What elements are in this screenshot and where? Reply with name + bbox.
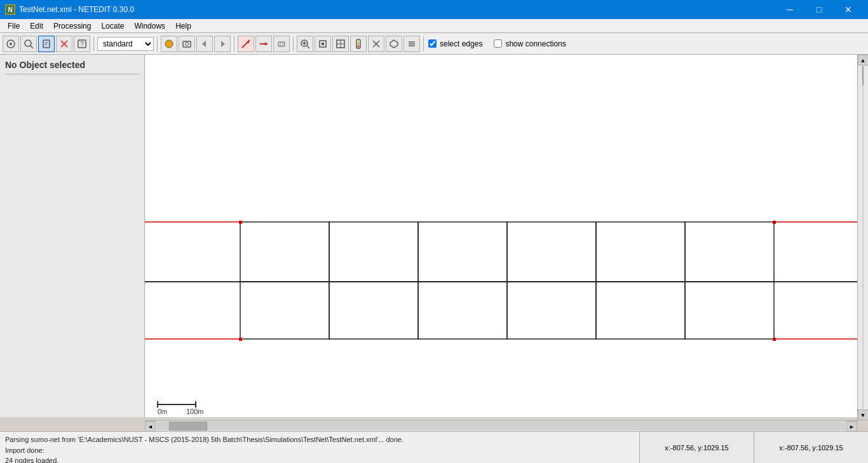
- menu-locate[interactable]: Locate: [96, 19, 129, 33]
- road-block-1-3: [418, 222, 507, 282]
- svg-point-13: [165, 40, 173, 48]
- mode-select[interactable]: standard continuous: [97, 37, 154, 51]
- menu-processing[interactable]: Processing: [48, 19, 96, 33]
- scroll-up-button[interactable]: ▲: [858, 55, 869, 66]
- tool-list[interactable]: [403, 36, 420, 52]
- minimize-button[interactable]: ─: [775, 0, 804, 19]
- no-object-label: No Object selected: [5, 60, 139, 74]
- select-edges-label[interactable]: select edges: [427, 39, 482, 48]
- tool-connection[interactable]: [332, 36, 349, 52]
- select-edges-checkbox[interactable]: [428, 39, 437, 48]
- scroll-thumb[interactable]: [862, 66, 864, 85]
- scroll-right-button[interactable]: ►: [846, 421, 857, 432]
- svg-line-5: [31, 46, 33, 48]
- tool-shape[interactable]: [386, 36, 402, 52]
- status-bar: Parsing sumo-net from 'E:\Academics\NUST…: [0, 431, 868, 463]
- window-title: TestNet.net.xml - NETEDIT 0.30.0: [19, 5, 134, 14]
- road-block-2-1: [240, 282, 329, 339]
- road-block-1-1: [240, 222, 329, 282]
- canvas-area[interactable]: 0m 100m: [145, 55, 868, 417]
- toolbar-separator-5: [423, 36, 424, 52]
- svg-marker-40: [390, 40, 398, 48]
- svg-text:N: N: [8, 6, 12, 13]
- svg-point-37: [358, 45, 360, 47]
- left-panel: No Object selected: [0, 55, 145, 417]
- menu-help[interactable]: Help: [170, 19, 196, 33]
- road-block-1-5: [596, 222, 685, 282]
- tool-additional[interactable]: ?: [74, 36, 90, 52]
- toolbar-separator-1: [93, 36, 94, 52]
- coordinate-left: x:-807.56, y:1029.15: [639, 432, 754, 463]
- tool-zoom[interactable]: [20, 36, 37, 52]
- horizontal-scrollbar[interactable]: ◄ ►: [145, 420, 857, 431]
- scale-100m: 100m: [186, 408, 204, 415]
- road-block-2-6: [685, 282, 774, 339]
- svg-marker-17: [221, 41, 225, 47]
- tool-select-network[interactable]: [3, 36, 19, 52]
- road-block-2-4: [507, 282, 596, 339]
- select-edges-text: select edges: [440, 39, 482, 48]
- road-block-1-4: [507, 222, 596, 282]
- tool-erase[interactable]: [273, 36, 290, 52]
- window-controls[interactable]: ─ □ ✕: [775, 0, 863, 19]
- corner-marker-tr: [773, 221, 776, 224]
- app-icon: N: [5, 4, 15, 15]
- road-block-2-3: [418, 282, 507, 339]
- status-line-1: Parsing sumo-net from 'E:\Academics\NUST…: [5, 434, 634, 445]
- toolbar-separator-2: [157, 36, 158, 52]
- svg-point-35: [358, 40, 360, 42]
- status-line-2: Import done:: [5, 445, 634, 456]
- tool-delete[interactable]: [56, 36, 72, 52]
- corner-marker-br: [773, 338, 776, 341]
- tool-color[interactable]: [161, 36, 177, 52]
- scroll-left-button[interactable]: ◄: [145, 421, 156, 432]
- svg-point-3: [10, 43, 12, 45]
- tool-crossing[interactable]: [368, 36, 384, 52]
- tool-back[interactable]: [196, 36, 213, 52]
- show-connections-label[interactable]: show connections: [492, 39, 566, 48]
- scale-bar-group: 0m 100m: [158, 401, 204, 415]
- tool-traffic-light[interactable]: [350, 36, 367, 52]
- svg-point-4: [25, 40, 31, 46]
- show-connections-checkbox[interactable]: [494, 39, 502, 48]
- tool-screenshot[interactable]: [179, 36, 195, 52]
- show-connections-text: show connections: [505, 39, 566, 48]
- tool-edge-draw[interactable]: [238, 36, 254, 52]
- svg-rect-6: [43, 40, 50, 48]
- toolbar-separator-3: [234, 36, 234, 52]
- close-button[interactable]: ✕: [834, 0, 863, 19]
- status-line-3: 24 nodes loaded.: [5, 455, 634, 463]
- svg-line-28: [307, 46, 309, 48]
- svg-text:?: ?: [80, 41, 84, 48]
- menu-file[interactable]: File: [3, 19, 25, 33]
- scroll-track[interactable]: [862, 66, 864, 409]
- status-messages: Parsing sumo-net from 'E:\Academics\NUST…: [0, 432, 639, 463]
- title-bar: N TestNet.net.xml - NETEDIT 0.30.0 ─ □ ✕: [0, 0, 868, 19]
- toolbar: ? standard continuous: [0, 33, 868, 55]
- network-canvas[interactable]: 0m 100m: [145, 55, 868, 417]
- coordinate-right: x:-807.56, y:1029.15: [754, 432, 868, 463]
- toolbar-separator-4: [293, 36, 294, 52]
- road-block-2-5: [596, 282, 685, 339]
- svg-point-15: [186, 42, 189, 45]
- h-scroll-thumb[interactable]: [169, 422, 207, 431]
- menu-edit[interactable]: Edit: [25, 19, 48, 33]
- tool-forward[interactable]: [214, 36, 231, 52]
- tool-junction[interactable]: [315, 36, 331, 52]
- svg-marker-16: [202, 41, 206, 47]
- main-area: No Object selected: [0, 55, 868, 417]
- svg-marker-21: [265, 42, 268, 46]
- svg-rect-30: [322, 43, 324, 45]
- tool-zoom-in[interactable]: [297, 36, 313, 52]
- menu-windows[interactable]: Windows: [129, 19, 170, 33]
- h-scroll-track[interactable]: [156, 422, 846, 431]
- menu-bar: File Edit Processing Locate Windows Help: [0, 19, 868, 33]
- scale-0m: 0m: [158, 408, 167, 415]
- scroll-down-button[interactable]: ▼: [858, 410, 869, 420]
- tool-inspect[interactable]: [38, 36, 55, 52]
- maximize-button[interactable]: □: [804, 0, 834, 19]
- svg-point-36: [358, 43, 360, 45]
- vertical-scrollbar[interactable]: ▲ ▼: [857, 55, 868, 420]
- road-block-1-2: [329, 222, 418, 282]
- tool-edge-direction[interactable]: [255, 36, 272, 52]
